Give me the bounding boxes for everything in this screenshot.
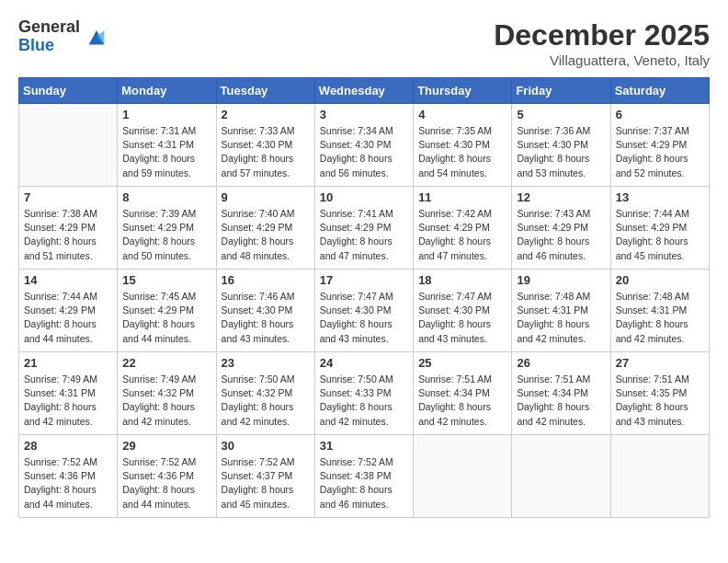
day-cell: 27 Sunrise: 7:51 AM Sunset: 4:35 PM Dayl…: [610, 352, 709, 435]
day-cell: 23 Sunrise: 7:50 AM Sunset: 4:32 PM Dayl…: [216, 352, 314, 435]
column-header-monday: Monday: [118, 78, 216, 104]
week-row-1: 1 Sunrise: 7:31 AM Sunset: 4:31 PM Dayli…: [19, 104, 710, 187]
day-number: 31: [320, 439, 408, 453]
day-cell: 13 Sunrise: 7:44 AM Sunset: 4:29 PM Dayl…: [610, 187, 709, 270]
title-block: December 2025 Villaguattera, Veneto, Ita…: [494, 18, 710, 68]
day-number: 23: [222, 356, 310, 370]
day-cell: 28 Sunrise: 7:52 AM Sunset: 4:36 PM Dayl…: [19, 435, 118, 518]
day-number: 6: [616, 108, 704, 121]
week-row-4: 21 Sunrise: 7:49 AM Sunset: 4:31 PM Dayl…: [19, 352, 710, 435]
day-cell: 18 Sunrise: 7:47 AM Sunset: 4:30 PM Dayl…: [414, 270, 512, 352]
column-header-sunday: Sunday: [19, 78, 118, 104]
day-cell: 29 Sunrise: 7:52 AM Sunset: 4:36 PM Dayl…: [118, 435, 216, 518]
column-header-friday: Friday: [512, 78, 610, 104]
month-title: December 2025: [494, 18, 710, 52]
day-cell: 8 Sunrise: 7:39 AM Sunset: 4:29 PM Dayli…: [118, 187, 216, 270]
day-cell: 16 Sunrise: 7:46 AM Sunset: 4:30 PM Dayl…: [216, 270, 314, 352]
day-number: 26: [517, 356, 605, 370]
day-number: 11: [418, 190, 506, 204]
day-cell: 21 Sunrise: 7:49 AM Sunset: 4:31 PM Dayl…: [19, 352, 118, 435]
day-info: Sunrise: 7:50 AM Sunset: 4:32 PM Dayligh…: [222, 373, 310, 429]
day-info: Sunrise: 7:52 AM Sunset: 4:36 PM Dayligh…: [24, 455, 112, 511]
logo: General Blue: [18, 18, 109, 55]
day-info: Sunrise: 7:47 AM Sunset: 4:30 PM Dayligh…: [418, 290, 506, 346]
week-row-3: 14 Sunrise: 7:44 AM Sunset: 4:29 PM Dayl…: [19, 270, 710, 352]
week-row-5: 28 Sunrise: 7:52 AM Sunset: 4:36 PM Dayl…: [19, 435, 710, 518]
day-number: 16: [222, 273, 310, 287]
day-cell: 4 Sunrise: 7:35 AM Sunset: 4:30 PM Dayli…: [414, 104, 512, 187]
logo-icon: [84, 24, 109, 50]
location: Villaguattera, Veneto, Italy: [494, 52, 710, 68]
day-info: Sunrise: 7:49 AM Sunset: 4:31 PM Dayligh…: [24, 373, 112, 429]
logo-blue: Blue: [18, 37, 80, 55]
day-number: 5: [517, 108, 605, 121]
day-info: Sunrise: 7:48 AM Sunset: 4:31 PM Dayligh…: [517, 290, 605, 346]
logo-general: General: [18, 18, 80, 37]
day-number: 15: [122, 273, 210, 287]
day-info: Sunrise: 7:45 AM Sunset: 4:29 PM Dayligh…: [122, 290, 210, 346]
day-number: 7: [24, 190, 112, 204]
day-number: 27: [616, 356, 704, 370]
day-number: 25: [418, 356, 506, 370]
day-info: Sunrise: 7:51 AM Sunset: 4:34 PM Dayligh…: [517, 373, 605, 429]
day-cell: 14 Sunrise: 7:44 AM Sunset: 4:29 PM Dayl…: [19, 270, 118, 352]
day-number: 29: [122, 439, 210, 453]
day-number: 12: [517, 190, 605, 204]
day-number: 3: [320, 108, 408, 121]
day-number: 9: [222, 190, 310, 204]
day-info: Sunrise: 7:52 AM Sunset: 4:37 PM Dayligh…: [222, 455, 310, 511]
column-header-tuesday: Tuesday: [216, 78, 314, 104]
day-number: 28: [24, 439, 112, 453]
day-cell: 15 Sunrise: 7:45 AM Sunset: 4:29 PM Dayl…: [118, 270, 216, 352]
day-number: 19: [517, 273, 605, 287]
day-cell: 5 Sunrise: 7:36 AM Sunset: 4:30 PM Dayli…: [512, 104, 610, 187]
day-cell: 22 Sunrise: 7:49 AM Sunset: 4:32 PM Dayl…: [118, 352, 216, 435]
column-header-saturday: Saturday: [610, 78, 709, 104]
day-info: Sunrise: 7:31 AM Sunset: 4:31 PM Dayligh…: [122, 124, 210, 180]
day-cell: 20 Sunrise: 7:48 AM Sunset: 4:31 PM Dayl…: [610, 270, 709, 352]
day-info: Sunrise: 7:44 AM Sunset: 4:29 PM Dayligh…: [24, 290, 112, 346]
day-cell: [610, 435, 709, 518]
day-cell: [414, 435, 512, 518]
day-info: Sunrise: 7:41 AM Sunset: 4:29 PM Dayligh…: [320, 207, 408, 263]
day-number: 2: [222, 108, 310, 121]
day-number: 14: [24, 273, 112, 287]
day-number: 10: [320, 190, 408, 204]
day-number: 1: [122, 108, 210, 121]
day-cell: 19 Sunrise: 7:48 AM Sunset: 4:31 PM Dayl…: [512, 270, 610, 352]
day-info: Sunrise: 7:51 AM Sunset: 4:35 PM Dayligh…: [616, 373, 704, 429]
day-info: Sunrise: 7:44 AM Sunset: 4:29 PM Dayligh…: [616, 207, 704, 263]
day-info: Sunrise: 7:42 AM Sunset: 4:29 PM Dayligh…: [418, 207, 506, 263]
day-number: 22: [122, 356, 210, 370]
day-info: Sunrise: 7:33 AM Sunset: 4:30 PM Dayligh…: [222, 124, 310, 180]
day-cell: 10 Sunrise: 7:41 AM Sunset: 4:29 PM Dayl…: [314, 187, 413, 270]
day-cell: 24 Sunrise: 7:50 AM Sunset: 4:33 PM Dayl…: [314, 352, 413, 435]
day-cell: 17 Sunrise: 7:47 AM Sunset: 4:30 PM Dayl…: [314, 270, 413, 352]
day-number: 13: [616, 190, 704, 204]
day-info: Sunrise: 7:48 AM Sunset: 4:31 PM Dayligh…: [616, 290, 704, 346]
day-info: Sunrise: 7:51 AM Sunset: 4:34 PM Dayligh…: [418, 373, 506, 429]
day-info: Sunrise: 7:39 AM Sunset: 4:29 PM Dayligh…: [122, 207, 210, 263]
day-number: 24: [320, 356, 408, 370]
day-info: Sunrise: 7:40 AM Sunset: 4:29 PM Dayligh…: [222, 207, 310, 263]
day-number: 4: [418, 108, 506, 121]
day-info: Sunrise: 7:38 AM Sunset: 4:29 PM Dayligh…: [24, 207, 112, 263]
day-info: Sunrise: 7:34 AM Sunset: 4:30 PM Dayligh…: [320, 124, 408, 180]
day-info: Sunrise: 7:52 AM Sunset: 4:36 PM Dayligh…: [122, 455, 210, 511]
day-number: 8: [122, 190, 210, 204]
day-info: Sunrise: 7:47 AM Sunset: 4:30 PM Dayligh…: [320, 290, 408, 346]
day-info: Sunrise: 7:50 AM Sunset: 4:33 PM Dayligh…: [320, 373, 408, 429]
day-info: Sunrise: 7:43 AM Sunset: 4:29 PM Dayligh…: [517, 207, 605, 263]
day-cell: 25 Sunrise: 7:51 AM Sunset: 4:34 PM Dayl…: [414, 352, 512, 435]
day-cell: 9 Sunrise: 7:40 AM Sunset: 4:29 PM Dayli…: [216, 187, 314, 270]
day-cell: 6 Sunrise: 7:37 AM Sunset: 4:29 PM Dayli…: [610, 104, 709, 187]
logo-text: General Blue: [18, 18, 80, 55]
day-cell: 1 Sunrise: 7:31 AM Sunset: 4:31 PM Dayli…: [118, 104, 216, 187]
column-header-wednesday: Wednesday: [314, 78, 413, 104]
day-number: 20: [616, 273, 704, 287]
day-cell: [19, 104, 118, 187]
day-cell: 26 Sunrise: 7:51 AM Sunset: 4:34 PM Dayl…: [512, 352, 610, 435]
day-cell: 7 Sunrise: 7:38 AM Sunset: 4:29 PM Dayli…: [19, 187, 118, 270]
day-info: Sunrise: 7:52 AM Sunset: 4:38 PM Dayligh…: [320, 455, 408, 511]
day-info: Sunrise: 7:37 AM Sunset: 4:29 PM Dayligh…: [616, 124, 704, 180]
